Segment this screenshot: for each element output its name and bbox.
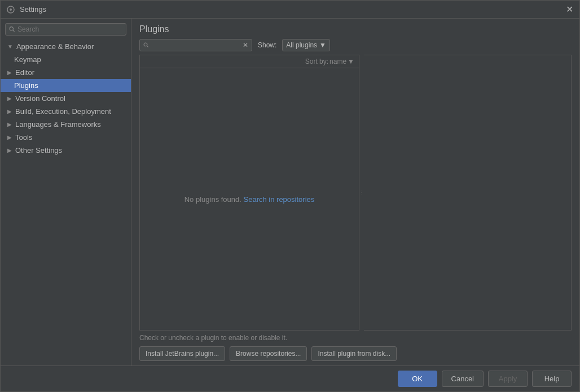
- svg-point-4: [144, 43, 147, 46]
- window-title: Settings: [20, 5, 46, 14]
- plugins-body: Sort by: name ▼ No plugins found. Search…: [139, 55, 572, 331]
- svg-point-1: [10, 8, 12, 11]
- ok-button[interactable]: OK: [398, 371, 437, 387]
- svg-line-5: [147, 46, 148, 47]
- plugins-toolbar: Kotlin ✕ Show: All plugins ▼: [131, 39, 579, 55]
- browse-repositories-button[interactable]: Browse repositories...: [230, 346, 307, 361]
- title-bar: Settings ✕: [1, 1, 579, 19]
- sidebar-item-editor[interactable]: ▶ Editor: [1, 66, 131, 79]
- sidebar-search-box[interactable]: [5, 23, 126, 36]
- help-button[interactable]: Help: [532, 371, 572, 387]
- clear-search-button[interactable]: ✕: [243, 41, 248, 49]
- settings-window: Settings ✕ ▼ Appearance & Behavior Keyma…: [0, 0, 580, 392]
- svg-line-3: [13, 30, 15, 32]
- svg-point-2: [10, 27, 13, 30]
- search-icon: [9, 26, 15, 33]
- chevron-right-icon-3: ▶: [7, 108, 12, 114]
- chevron-right-icon-5: ▶: [7, 134, 12, 140]
- dropdown-chevron-icon: ▼: [319, 41, 326, 49]
- sort-dropdown[interactable]: Sort by: name ▼: [305, 58, 354, 65]
- footer-buttons: Install JetBrains plugin... Browse repos…: [139, 346, 572, 361]
- sort-bar: Sort by: name ▼: [140, 55, 359, 68]
- sidebar-search-input[interactable]: [17, 25, 122, 33]
- footer-hint: Check or uncheck a plugin to enable or d…: [139, 334, 572, 342]
- close-button[interactable]: ✕: [565, 5, 574, 14]
- sidebar-item-languages[interactable]: ▶ Languages & Frameworks: [1, 118, 131, 131]
- plugin-detail-panel: [364, 55, 572, 331]
- chevron-right-icon-6: ▶: [7, 147, 12, 153]
- sidebar-item-version-control[interactable]: ▶ Version Control: [1, 92, 131, 105]
- install-from-disk-button[interactable]: Install plugin from disk...: [311, 346, 397, 361]
- plugin-search-field[interactable]: Kotlin ✕: [139, 39, 252, 51]
- show-dropdown[interactable]: All plugins ▼: [282, 39, 330, 51]
- sort-chevron-icon: ▼: [348, 58, 354, 65]
- chevron-down-icon: ▼: [7, 43, 13, 50]
- main-content: ▼ Appearance & Behavior Keymap ▶ Editor …: [1, 19, 579, 365]
- plugin-search-icon: [143, 42, 149, 49]
- no-plugins-message: No plugins found. Search in repositories: [140, 68, 359, 330]
- plugins-list: Sort by: name ▼ No plugins found. Search…: [139, 55, 359, 331]
- sidebar-item-build[interactable]: ▶ Build, Execution, Deployment: [1, 105, 131, 118]
- sort-value: name: [329, 58, 346, 65]
- bottom-bar: OK Cancel Apply Help: [1, 365, 579, 391]
- apply-button[interactable]: Apply: [488, 371, 528, 387]
- page-title: Plugins: [131, 19, 579, 39]
- plugin-search-input[interactable]: Kotlin: [151, 41, 240, 49]
- chevron-right-icon: ▶: [7, 69, 12, 76]
- chevron-right-icon-4: ▶: [7, 121, 12, 127]
- divider-handle[interactable]: ⋮: [359, 55, 364, 331]
- sidebar-item-other[interactable]: ▶ Other Settings: [1, 144, 131, 157]
- main-panel: Plugins Kotlin ✕ Show: All plugins ▼: [131, 19, 579, 365]
- chevron-right-icon-2: ▶: [7, 95, 12, 102]
- sidebar-item-plugins[interactable]: Plugins: [1, 79, 131, 92]
- cancel-button[interactable]: Cancel: [442, 371, 484, 387]
- app-icon: [6, 5, 15, 14]
- install-jetbrains-button[interactable]: Install JetBrains plugin...: [139, 346, 225, 361]
- plugins-footer: Check or uncheck a plugin to enable or d…: [131, 331, 579, 365]
- sort-label: Sort by:: [305, 58, 328, 65]
- title-bar-left: Settings: [6, 5, 46, 14]
- sidebar-item-tools[interactable]: ▶ Tools: [1, 131, 131, 144]
- search-in-repositories-link[interactable]: Search in repositories: [244, 195, 315, 204]
- show-label: Show:: [258, 41, 276, 49]
- sidebar: ▼ Appearance & Behavior Keymap ▶ Editor …: [1, 19, 131, 365]
- sidebar-item-appearance[interactable]: ▼ Appearance & Behavior: [1, 40, 131, 53]
- sidebar-item-keymap[interactable]: Keymap: [1, 53, 131, 66]
